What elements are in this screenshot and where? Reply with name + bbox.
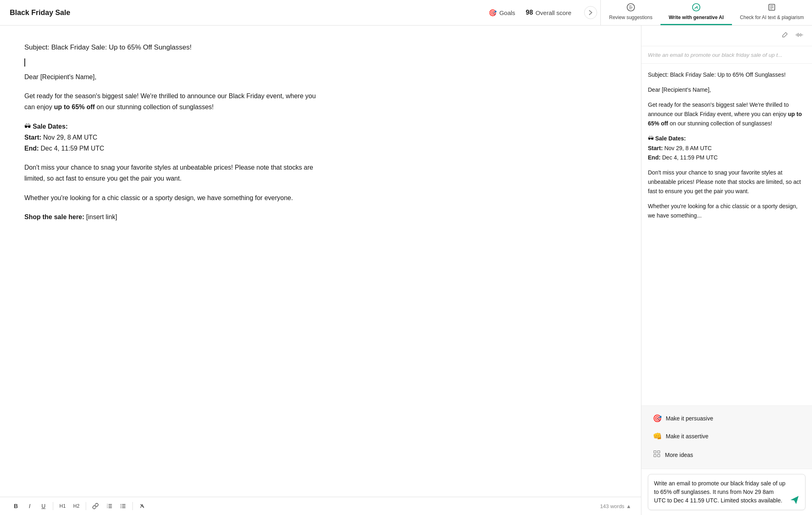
- h1-button[interactable]: H1: [56, 500, 69, 512]
- unordered-list-button[interactable]: [117, 500, 129, 512]
- sale-dates-section: 🕶 Sale Dates: Start: Nov 29, 8 AM UTC En…: [24, 121, 317, 154]
- score-display: 98 Overall score: [526, 9, 571, 16]
- editor-area: Subject: Black Friday Sale: Up to 65% Of…: [0, 26, 641, 515]
- goals-label: Goals: [499, 9, 515, 16]
- body-paragraph-1: Get ready for the season's biggest sale!…: [24, 91, 317, 112]
- ai-generated-content: Subject: Black Friday Sale: Up to 65% Of…: [641, 64, 812, 406]
- svg-rect-23: [658, 451, 660, 453]
- editor-content[interactable]: Subject: Black Friday Sale: Up to 65% Of…: [0, 26, 641, 497]
- svg-rect-22: [654, 451, 656, 453]
- shop-link-paragraph: Shop the sale here: [insert link]: [24, 211, 317, 222]
- check-ai-icon: [767, 3, 776, 14]
- tab-write-ai-label: Write with generative AI: [669, 15, 723, 21]
- chip-persuasive-label: Make it persuasive: [666, 415, 713, 422]
- svg-rect-21: [803, 34, 803, 35]
- ai-prompt-text: Write an email to promote our black frid…: [648, 52, 782, 58]
- header-center: 🎯 Goals 98 Overall score: [475, 0, 581, 25]
- tab-review[interactable]: Review suggestions: [601, 0, 660, 25]
- ai-body-1: Get ready for the season's biggest sale!…: [648, 100, 806, 128]
- underline-button[interactable]: U: [37, 500, 50, 512]
- bold-button[interactable]: B: [10, 500, 22, 512]
- cursor: [24, 58, 25, 67]
- tab-write-ai[interactable]: Write with generative AI: [660, 0, 732, 25]
- score-label: Overall score: [535, 9, 571, 16]
- link-button[interactable]: [89, 500, 102, 512]
- italic-button[interactable]: I: [24, 500, 36, 512]
- toolbar-divider-2: [86, 502, 86, 510]
- ai-body-2: Don't miss your chance to snag your favo…: [648, 168, 806, 196]
- svg-rect-15: [796, 34, 796, 36]
- top-header: Black Friday Sale 🎯 Goals 98 Overall sco…: [0, 0, 812, 26]
- svg-rect-16: [797, 33, 797, 36]
- word-count-arrow: ▲: [626, 503, 631, 509]
- clear-format-button[interactable]: [136, 500, 148, 512]
- svg-rect-18: [799, 34, 800, 36]
- svg-rect-17: [798, 33, 799, 37]
- ai-sale-dates: 🕶 Sale Dates: Start: Nov 29, 8 AM UTC En…: [648, 134, 806, 162]
- ai-input-box: Write an email to promote our black frid…: [648, 474, 806, 510]
- body-paragraph-2: Don't miss your chance to snag your favo…: [24, 162, 317, 184]
- ordered-list-button[interactable]: 1 2 3: [103, 500, 115, 512]
- review-icon: [626, 3, 635, 14]
- word-count: 143 words ▲: [600, 503, 631, 509]
- greeting-paragraph: Dear [Recipient's Name],: [24, 71, 317, 82]
- svg-rect-19: [800, 33, 801, 37]
- audio-icon-button[interactable]: [794, 30, 806, 41]
- wand-icon-button[interactable]: [780, 30, 790, 42]
- right-panel-header: [641, 26, 812, 46]
- main-area: Subject: Black Friday Sale: Up to 65% Of…: [0, 26, 812, 515]
- right-panel: Write an email to promote our black frid…: [641, 26, 812, 515]
- assertive-icon: 👊: [653, 432, 662, 441]
- more-ideas-icon: [653, 450, 661, 460]
- ai-body-3: Whether you're looking for a chic classi…: [648, 202, 806, 220]
- persuasive-icon: 🎯: [653, 414, 662, 423]
- editor-toolbar: B I U H1 H2 1 2: [0, 497, 641, 515]
- chip-assertive-label: Make it assertive: [666, 433, 708, 440]
- svg-rect-24: [654, 455, 656, 457]
- body-paragraph-3: Whether you're looking for a chic classi…: [24, 192, 317, 203]
- toolbar-divider-1: [53, 502, 53, 510]
- svg-point-13: [121, 506, 121, 506]
- chip-more-ideas[interactable]: More ideas: [648, 446, 806, 464]
- goals-icon: 🎯: [489, 9, 497, 17]
- doc-title: Black Friday Sale: [10, 9, 70, 17]
- chip-assertive[interactable]: 👊 Make it assertive: [648, 428, 806, 445]
- ai-greeting: Dear [Recipient's Name],: [648, 85, 806, 95]
- toolbar-divider-3: [132, 502, 133, 510]
- panel-tabs: Review suggestions Write with generative…: [600, 0, 812, 25]
- chip-more-ideas-label: More ideas: [665, 452, 693, 458]
- chip-persuasive[interactable]: 🎯 Make it persuasive: [648, 410, 806, 427]
- subject-line: Subject: Black Friday Sale: Up to 65% Of…: [24, 42, 317, 54]
- score-number: 98: [526, 9, 533, 16]
- ai-send-button[interactable]: [790, 495, 799, 505]
- svg-rect-20: [801, 34, 802, 36]
- svg-point-12: [121, 504, 121, 505]
- editor-text: Subject: Black Friday Sale: Up to 65% Of…: [24, 42, 317, 222]
- svg-rect-25: [658, 455, 660, 457]
- app-container: Black Friday Sale 🎯 Goals 98 Overall sco…: [0, 0, 812, 515]
- ai-input-field[interactable]: Write an email to promote our black frid…: [654, 479, 786, 505]
- tab-review-label: Review suggestions: [609, 15, 652, 21]
- suggestion-chips: 🎯 Make it persuasive 👊 Make it assertive: [641, 406, 812, 469]
- tab-check-ai[interactable]: Check for AI text & plagiarism: [732, 0, 812, 25]
- expand-panel-button[interactable]: [584, 6, 597, 19]
- ai-prompt-area: Write an email to promote our black frid…: [641, 46, 812, 64]
- header-left: Black Friday Sale: [0, 0, 475, 25]
- write-ai-icon: [692, 3, 701, 14]
- goals-button[interactable]: 🎯 Goals: [485, 6, 519, 19]
- h2-button[interactable]: H2: [70, 500, 82, 512]
- svg-point-14: [121, 507, 121, 508]
- ai-subject: Subject: Black Friday Sale: Up to 65% Of…: [648, 70, 806, 80]
- svg-text:3: 3: [107, 506, 108, 509]
- tab-check-ai-label: Check for AI text & plagiarism: [740, 15, 804, 21]
- word-count-text: 143 words: [600, 503, 624, 509]
